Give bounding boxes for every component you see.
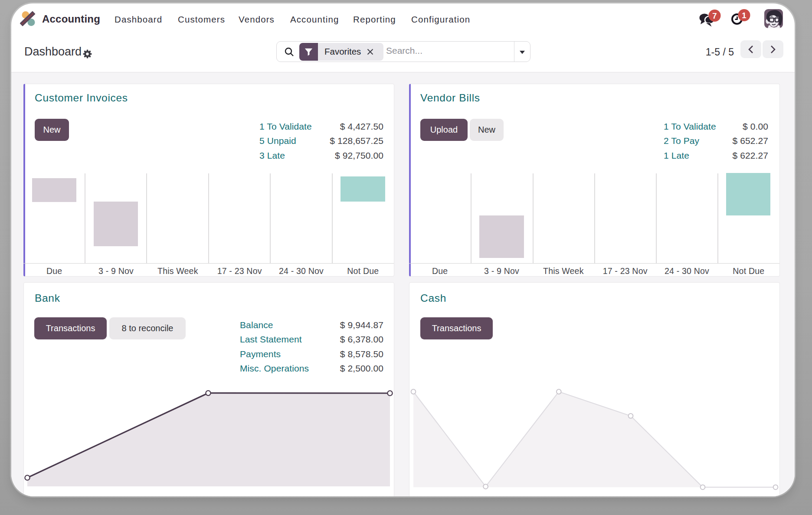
svg-text:1: 1 xyxy=(742,11,746,20)
svg-text:7: 7 xyxy=(712,11,717,20)
